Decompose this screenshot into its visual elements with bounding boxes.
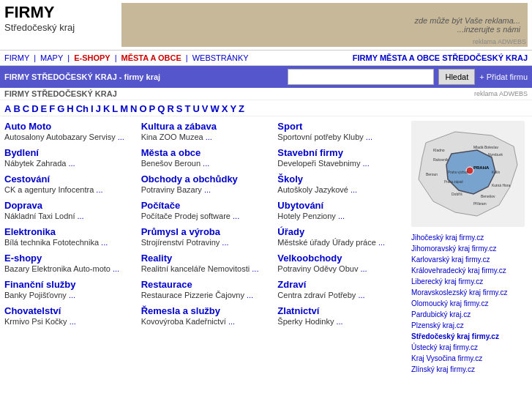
category-sub-link[interactable]: Kočky [45, 317, 67, 326]
category-sub-link[interactable]: Muzea [179, 133, 203, 141]
category-sub-link[interactable]: Banky [4, 291, 27, 299]
category-sub-link[interactable]: Krmivo [4, 317, 29, 326]
category-more[interactable]: ... [364, 133, 372, 141]
alpha-link-y[interactable]: Y [230, 103, 236, 114]
category-title[interactable]: Kultura a zábava [141, 121, 271, 132]
category-title[interactable]: Reality [141, 253, 271, 264]
category-more[interactable]: ... [226, 317, 235, 326]
alpha-link-x[interactable]: X [222, 103, 228, 114]
category-title[interactable]: Bydlení [4, 147, 134, 158]
category-sub-link[interactable]: Penziony [303, 212, 336, 220]
nav-link-eshop[interactable]: E-SHOPY [74, 53, 110, 62]
alpha-link-b[interactable]: B [13, 103, 20, 114]
category-title[interactable]: Řemesla a služby [141, 305, 271, 316]
category-more[interactable]: ... [348, 185, 357, 194]
category-title[interactable]: Zlatnictví [277, 305, 407, 316]
category-sub-link[interactable]: Stavebnimy [318, 159, 360, 168]
region-link[interactable]: Jihočeský kraj firmy.cz [411, 233, 528, 243]
category-more[interactable]: ... [356, 291, 364, 299]
category-sub-link[interactable]: Městské úřady [277, 238, 330, 247]
nav-link-mapy[interactable]: MAPY [40, 53, 63, 62]
nav-link-mesta[interactable]: MĚSTA A OBCE [121, 53, 181, 62]
nav-link-webstranky[interactable]: WEBSTRÁNKY [192, 53, 249, 62]
alpha-link-c[interactable]: C [23, 103, 29, 114]
category-sub-link[interactable]: Pizzerie [184, 291, 213, 299]
category-more[interactable]: ... [67, 291, 75, 299]
alpha-link-d[interactable]: D [31, 103, 38, 114]
category-more[interactable]: ... [360, 159, 369, 168]
category-title[interactable]: Restaurace [141, 279, 271, 290]
category-title[interactable]: Sport [277, 121, 407, 132]
category-title[interactable]: Zdraví [277, 279, 407, 290]
category-sub-link[interactable]: Šperky [277, 317, 302, 326]
category-title[interactable]: Ubytování [277, 200, 407, 211]
category-more[interactable]: ... [201, 159, 209, 168]
category-sub-link[interactable]: Servisy [89, 133, 116, 141]
category-sub-link[interactable]: Čajovny [215, 291, 244, 299]
category-more[interactable]: ... [250, 264, 258, 273]
nav-link-firmy[interactable]: FIRMY [4, 53, 29, 62]
category-sub-link[interactable]: Potraviny [277, 264, 311, 273]
region-link[interactable]: Plzenský kraj.cz [411, 321, 528, 331]
category-sub-link[interactable]: Počítače [141, 212, 173, 220]
category-sub-link[interactable]: Jazykové [315, 185, 348, 194]
region-link[interactable]: Zlínský kraj firmy.cz [411, 365, 528, 375]
category-more[interactable]: ... [94, 185, 102, 194]
category-more[interactable]: ... [99, 238, 108, 247]
alpha-link-i[interactable]: I [91, 103, 94, 114]
region-link[interactable]: Jihomoravský kraj firmy.cz [411, 244, 528, 254]
region-link[interactable]: Liberecký kraj firmy.cz [411, 277, 528, 287]
category-more[interactable]: ... [336, 212, 345, 220]
category-sub-link[interactable]: Oděvy [313, 264, 337, 273]
alpha-link-f[interactable]: F [49, 103, 55, 114]
category-title[interactable]: Obchody a obchůdky [141, 174, 271, 184]
category-sub-link[interactable]: Hotely [277, 212, 300, 220]
category-sub-link[interactable]: Strojírenství [141, 238, 184, 247]
category-more[interactable]: ... [231, 212, 239, 220]
category-sub-link[interactable]: Infocentra [58, 185, 94, 194]
category-title[interactable]: Školy [277, 174, 407, 184]
region-link[interactable]: Královehradecký kraj firmy.cz [411, 266, 528, 276]
category-more[interactable]: ... [66, 159, 75, 168]
category-sub-link[interactable]: Autosalony [4, 133, 44, 141]
category-sub-link[interactable]: Centra zdraví [277, 291, 326, 299]
category-sub-link[interactable]: Sportovní potřeby [277, 133, 341, 141]
category-sub-link[interactable]: Nemovitosti [208, 264, 250, 273]
category-title[interactable]: Elektronika [4, 226, 134, 237]
region-link[interactable]: Kraj Vysočina firmy.cz [411, 354, 528, 364]
add-firm-link[interactable]: + Přidat firmu [479, 72, 528, 81]
region-link[interactable]: Ústecký kraj firmy.cz [411, 343, 528, 353]
category-sub-link[interactable]: ZOO [160, 133, 177, 141]
category-sub-link[interactable]: Lodní [55, 212, 75, 220]
alpha-link-u[interactable]: U [192, 103, 199, 114]
category-sub-link[interactable]: Elektronika [31, 264, 71, 273]
category-sub-link[interactable]: Fototechnika [53, 238, 99, 247]
alpha-link-h[interactable]: H [67, 103, 73, 114]
category-sub-link[interactable]: Autobazary [46, 133, 87, 141]
alpha-link-o[interactable]: O [139, 103, 146, 114]
alpha-link-q[interactable]: Q [157, 103, 165, 114]
category-sub-link[interactable]: Potřeby [328, 291, 356, 299]
search-button[interactable]: Hledat [438, 69, 475, 85]
alpha-link-t[interactable]: T [184, 103, 190, 114]
alpha-link-ch[interactable]: Ch [76, 103, 89, 114]
alpha-link-l[interactable]: L [112, 103, 118, 114]
category-title[interactable]: Doprava [4, 200, 134, 211]
category-sub-link[interactable]: Prodej software [175, 212, 231, 220]
alpha-link-v[interactable]: V [202, 103, 209, 114]
category-title[interactable]: Chovatelství [4, 305, 134, 316]
category-sub-link[interactable]: CK a agentury [4, 185, 56, 194]
alpha-link-n[interactable]: N [130, 103, 137, 114]
category-more[interactable]: ... [203, 133, 212, 141]
category-more[interactable]: ... [75, 212, 83, 220]
category-sub-link[interactable]: Restaurace [141, 291, 182, 299]
alpha-link-a[interactable]: A [4, 103, 11, 114]
alpha-link-z[interactable]: Z [239, 103, 244, 114]
search-input[interactable] [288, 69, 434, 85]
alpha-link-m[interactable]: M [120, 103, 128, 114]
category-sub-link[interactable]: Úřady práce [332, 238, 376, 247]
alpha-link-j[interactable]: J [96, 103, 101, 114]
category-sub-link[interactable]: Potraviny [141, 185, 175, 194]
category-title[interactable]: Velkoobchody [277, 253, 407, 264]
alpha-link-e[interactable]: E [41, 103, 48, 114]
